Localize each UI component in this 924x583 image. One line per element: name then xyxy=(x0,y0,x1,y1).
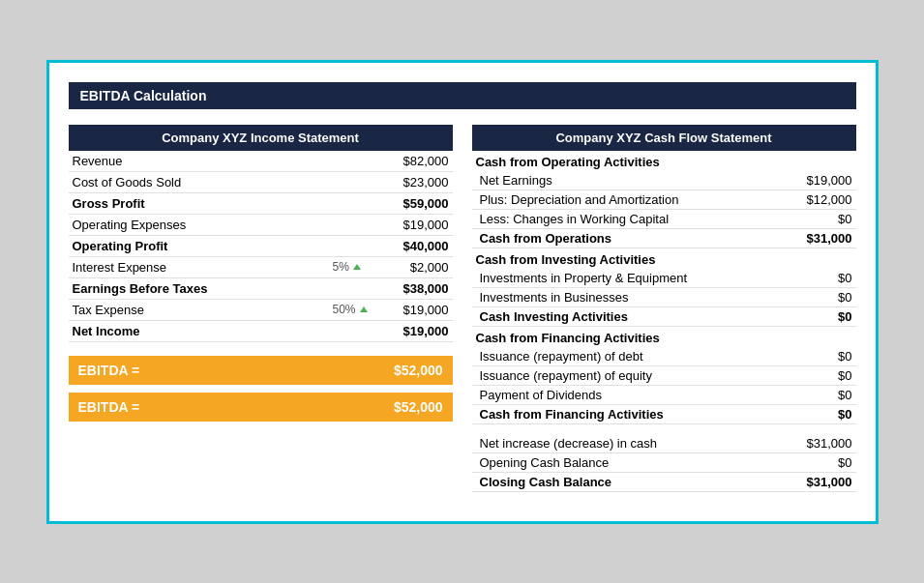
row-label: Net Income xyxy=(73,324,333,338)
table-row: Issuance (repayment) of equity $0 xyxy=(472,366,856,386)
table-row: Net Income $19,000 xyxy=(69,321,453,342)
income-table-header: Company XYZ Income Statement xyxy=(69,125,453,151)
row-value: $31,000 xyxy=(785,475,852,489)
table-row: Earnings Before Taxes $38,000 xyxy=(69,278,453,300)
row-value: $38,000 xyxy=(381,281,449,296)
row-label: Cash from Financing Activities xyxy=(476,407,785,422)
row-label: Cash from Operations xyxy=(476,231,785,246)
row-label: Issuance (repayment) of equity xyxy=(476,368,785,383)
row-label: Interest Expense xyxy=(73,260,333,275)
row-label: Closing Cash Balance xyxy=(476,475,785,489)
row-label: Operating Expenses xyxy=(73,218,333,232)
row-label: Revenue xyxy=(73,154,333,168)
main-container: EBITDA Calculation Company XYZ Income St… xyxy=(46,60,879,524)
net-section: Net increase (decrease) in cash $31,000 … xyxy=(472,434,856,492)
row-value: $0 xyxy=(785,407,852,422)
row-value: $19,000 xyxy=(381,218,449,232)
ebitda-row-2: EBITDA = $52,000 xyxy=(69,393,453,422)
row-value: $12,000 xyxy=(785,192,852,207)
table-row: Tax Expense 50% $19,000 xyxy=(69,300,453,321)
table-row: Cash from Financing Activities $0 xyxy=(472,405,856,424)
cashflow-table-header: Company XYZ Cash Flow Statement xyxy=(472,125,856,151)
row-label: Net increase (decrease) in cash xyxy=(476,436,785,451)
row-label: Opening Cash Balance xyxy=(476,455,785,470)
row-value: $0 xyxy=(785,388,852,402)
table-row: Cash Investing Activities $0 xyxy=(472,307,856,327)
table-row: Payment of Dividends $0 xyxy=(472,386,856,405)
table-row: Interest Expense 5% $2,000 xyxy=(69,257,453,278)
row-label: Plus: Depreciation and Amortization xyxy=(476,192,785,207)
row-label: Less: Changes in Working Capital xyxy=(476,212,785,226)
row-label: Cost of Goods Sold xyxy=(73,175,333,189)
table-row: Closing Cash Balance $31,000 xyxy=(472,473,856,492)
row-value: $2,000 xyxy=(381,260,449,275)
row-value: $0 xyxy=(785,271,852,285)
table-row: Investments in Property & Equipment $0 xyxy=(472,269,856,288)
table-row: Issuance (repayment) of debt $0 xyxy=(472,347,856,366)
row-label: Earnings Before Taxes xyxy=(73,281,333,296)
row-value: $0 xyxy=(785,455,852,470)
row-value: $19,000 xyxy=(785,173,852,188)
table-row: Net increase (decrease) in cash $31,000 xyxy=(472,434,856,453)
ebitda-row-1: EBITDA = $52,000 xyxy=(69,356,453,385)
operating-heading: Cash from Operating Activities xyxy=(472,151,856,171)
table-row: Investments in Businesses $0 xyxy=(472,288,856,307)
financing-heading: Cash from Financing Activities xyxy=(472,327,856,347)
row-value: $19,000 xyxy=(381,324,449,338)
table-row: Net Earnings $19,000 xyxy=(472,171,856,190)
row-value: $0 xyxy=(785,212,852,226)
table-row: Less: Changes in Working Capital $0 xyxy=(472,210,856,229)
investing-heading: Cash from Investing Activities xyxy=(472,248,856,269)
ebitda-value-1: $52,000 xyxy=(394,363,443,378)
row-label: Investments in Businesses xyxy=(476,290,785,305)
row-value: $31,000 xyxy=(785,231,852,246)
arrow-up-icon xyxy=(360,306,368,312)
row-value: $82,000 xyxy=(381,154,449,168)
row-value: $23,000 xyxy=(381,175,449,189)
row-label: Investments in Property & Equipment xyxy=(476,271,785,285)
row-value: $59,000 xyxy=(381,196,449,211)
row-value: $0 xyxy=(785,349,852,364)
row-value: $19,000 xyxy=(381,303,449,317)
row-label: Payment of Dividends xyxy=(476,388,785,402)
row-pct: 5% xyxy=(333,260,381,274)
ebitda-value-2: $52,000 xyxy=(394,399,443,415)
row-label: Operating Profit xyxy=(73,239,333,253)
table-row: Gross Profit $59,000 xyxy=(69,193,453,215)
tables-row: Company XYZ Income Statement Revenue $82… xyxy=(69,125,856,492)
table-row: Revenue $82,000 xyxy=(69,151,453,172)
arrow-up-icon xyxy=(353,264,361,270)
table-row: Cash from Operations $31,000 xyxy=(472,229,856,248)
row-pct: 50% xyxy=(333,303,381,316)
table-row: Operating Profit $40,000 xyxy=(69,236,453,257)
row-label: Issuance (repayment) of debt xyxy=(476,349,785,364)
row-value: $0 xyxy=(785,309,852,324)
row-label: Net Earnings xyxy=(476,173,785,188)
income-panel: Company XYZ Income Statement Revenue $82… xyxy=(69,125,453,492)
row-value: $31,000 xyxy=(785,436,852,451)
row-label: Tax Expense xyxy=(73,303,333,317)
row-value: $0 xyxy=(785,368,852,383)
row-value: $40,000 xyxy=(381,239,449,253)
table-row: Operating Expenses $19,000 xyxy=(69,215,453,236)
row-value: $0 xyxy=(785,290,852,305)
table-row: Plus: Depreciation and Amortization $12,… xyxy=(472,190,856,210)
page-title: EBITDA Calculation xyxy=(69,82,856,109)
cashflow-panel: Company XYZ Cash Flow Statement Cash fro… xyxy=(472,125,856,492)
row-label: Cash Investing Activities xyxy=(476,309,785,324)
ebitda-label-1: EBITDA = xyxy=(78,363,140,378)
row-label: Gross Profit xyxy=(73,196,333,211)
table-row: Opening Cash Balance $0 xyxy=(472,453,856,473)
table-row: Cost of Goods Sold $23,000 xyxy=(69,172,453,193)
ebitda-label-2: EBITDA = xyxy=(78,399,140,415)
income-rows: Revenue $82,000 Cost of Goods Sold $23,0… xyxy=(69,151,453,342)
